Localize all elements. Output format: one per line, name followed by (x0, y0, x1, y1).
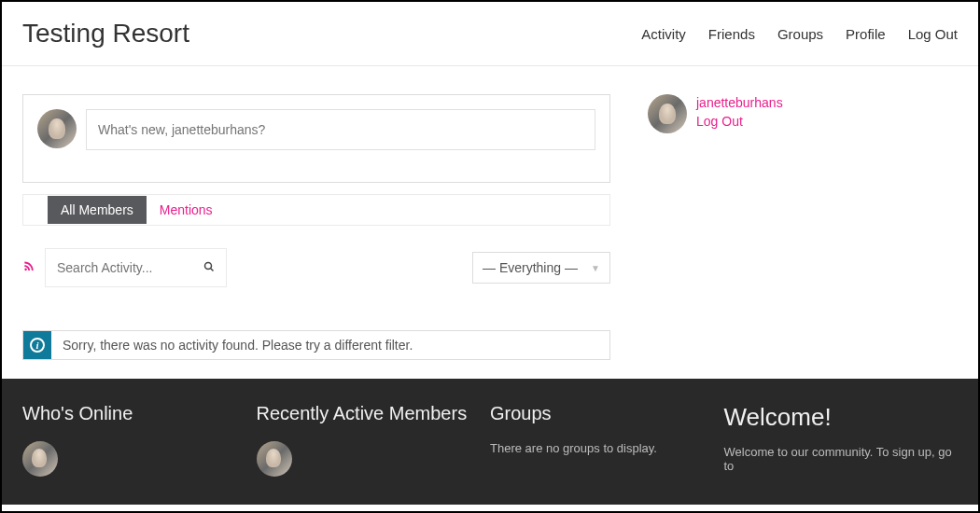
footer-col3-title: Groups (490, 403, 724, 424)
search-input[interactable] (57, 260, 188, 275)
filter-row: — Everything — ▼ (22, 248, 610, 287)
recent-avatar[interactable] (257, 441, 292, 477)
post-box (22, 94, 610, 183)
nav-groups[interactable]: Groups (777, 26, 823, 42)
footer-recently-active: Recently Active Members (257, 403, 491, 477)
search-icon[interactable] (203, 261, 215, 275)
right-column: janetteburhans Log Out (648, 94, 783, 360)
footer-col4-title: Welcome! (724, 403, 959, 432)
tab-mentions[interactable]: Mentions (147, 196, 226, 224)
main-nav: Activity Friends Groups Profile Log Out (641, 26, 958, 42)
tabs: All Members Mentions (23, 195, 609, 225)
filter-dropdown[interactable]: — Everything — ▼ (472, 252, 610, 284)
footer-welcome: Welcome! Welcome to our community. To si… (724, 403, 959, 477)
dropdown-label: — Everything — (483, 260, 578, 275)
footer-whos-online: Who's Online (22, 403, 257, 477)
footer-col2-title: Recently Active Members (257, 403, 491, 424)
nav-friends[interactable]: Friends (708, 26, 755, 42)
header: Testing Resort Activity Friends Groups P… (2, 2, 978, 66)
nav-activity[interactable]: Activity (641, 26, 686, 42)
left-column: All Members Mentions — Everything — ▼ i … (22, 94, 610, 360)
info-bar: i Sorry, there was no activity found. Pl… (22, 330, 610, 360)
rss-icon[interactable] (22, 259, 35, 276)
online-avatar[interactable] (22, 441, 58, 477)
main: All Members Mentions — Everything — ▼ i … (2, 66, 978, 379)
footer-welcome-text: Welcome to our community. To sign up, go… (724, 445, 959, 473)
info-message: Sorry, there was no activity found. Plea… (51, 331, 424, 359)
tabs-wrap: All Members Mentions (22, 194, 610, 226)
nav-logout[interactable]: Log Out (908, 26, 958, 42)
svg-line-1 (211, 268, 214, 270)
footer-groups: Groups There are no groups to display. (490, 403, 724, 477)
footer: Who's Online Recently Active Members Gro… (2, 379, 978, 505)
avatar[interactable] (37, 109, 77, 148)
sidebar-links: janetteburhans Log Out (696, 94, 783, 360)
sidebar-username[interactable]: janetteburhans (696, 94, 783, 113)
nav-profile[interactable]: Profile (846, 26, 886, 42)
search-box (45, 248, 227, 287)
chevron-down-icon: ▼ (591, 263, 600, 273)
sidebar-logout[interactable]: Log Out (696, 113, 783, 132)
post-input[interactable] (86, 109, 595, 150)
footer-groups-text: There are no groups to display. (490, 441, 724, 455)
svg-point-0 (205, 262, 212, 269)
tab-all-members[interactable]: All Members (48, 196, 147, 224)
sidebar-avatar[interactable] (648, 94, 687, 133)
footer-col1-title: Who's Online (22, 403, 257, 424)
site-title[interactable]: Testing Resort (22, 19, 189, 49)
info-icon: i (23, 331, 51, 359)
